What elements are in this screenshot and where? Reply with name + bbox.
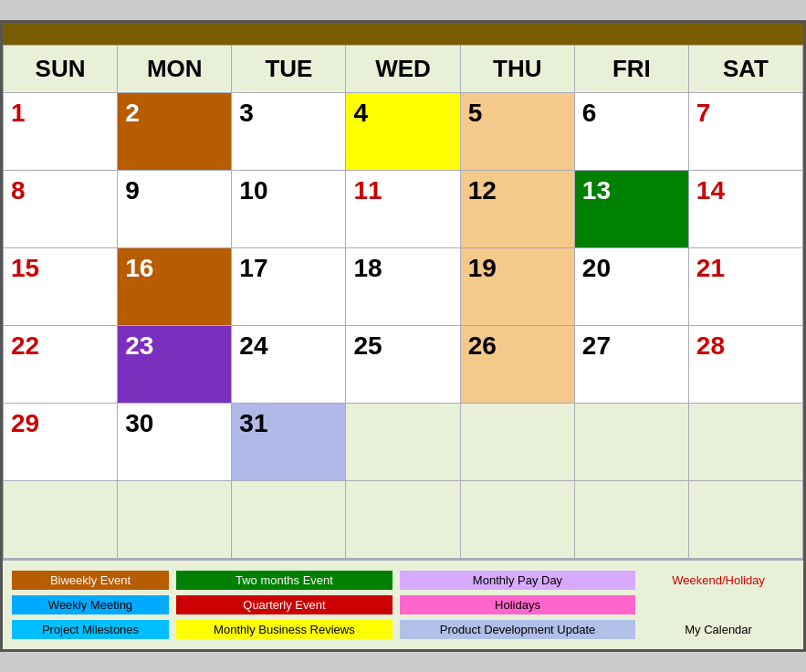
calendar-day: 11 [346, 171, 460, 248]
legend-row: Weekly MeetingQuarterly EventHolidays [8, 593, 798, 617]
weekday-header: FRI [574, 46, 688, 93]
legend-label: Weekend/Holiday [643, 571, 794, 590]
calendar-day: 12 [460, 171, 574, 248]
legend-cell: Project Milestones [8, 617, 173, 642]
calendar-week-row: 293031 [4, 404, 803, 481]
calendar-day [574, 481, 688, 559]
calendar-day: 21 [688, 248, 802, 326]
calendar-day: 10 [232, 171, 346, 248]
calendar-week-row: 891011121314 [4, 171, 803, 248]
legend-cell: Biweekly Event [8, 568, 173, 593]
legend-cell: Quarterly Event [173, 593, 396, 617]
legend-cell [639, 593, 798, 617]
calendar-day: 22 [4, 326, 118, 404]
legend-label: Holidays [400, 595, 635, 614]
calendar-day: 15 [4, 248, 118, 326]
calendar-day [688, 404, 802, 481]
legend-label: Monthly Pay Day [400, 571, 635, 590]
legend-label: Two months Event [176, 571, 393, 590]
calendar-day: 7 [688, 93, 802, 171]
legend-cell: Holidays [396, 593, 639, 617]
calendar-day: 5 [460, 93, 574, 171]
calendar-day [460, 404, 574, 481]
calendar-week-row: 22232425262728 [4, 326, 803, 404]
calendar-day: 18 [346, 248, 460, 326]
weekday-header: TUE [232, 46, 346, 93]
legend-row: Biweekly EventTwo months EventMonthly Pa… [8, 568, 798, 593]
legend-cell: Weekly Meeting [8, 593, 173, 617]
legend-cell: Two months Event [173, 568, 396, 593]
calendar-day: 13 [574, 171, 688, 248]
legend-label: Project Milestones [12, 620, 169, 639]
calendar-day: 30 [118, 404, 232, 481]
calendar-week-row [4, 481, 803, 559]
calendar-day: 27 [574, 326, 688, 404]
calendar-day [232, 481, 346, 559]
calendar-day [688, 481, 802, 559]
calendar-week-row: 15161718192021 [4, 248, 803, 326]
legend-cell: Monthly Business Reviews [173, 617, 396, 642]
calendar-header [3, 23, 803, 45]
legend: Biweekly EventTwo months EventMonthly Pa… [3, 559, 803, 649]
calendar-day [574, 404, 688, 481]
legend-cell: Weekend/Holiday [639, 568, 798, 593]
calendar-day [346, 481, 460, 559]
legend-label: Monthly Business Reviews [176, 620, 393, 639]
calendar-day [118, 481, 232, 559]
calendar-container: SUNMONTUEWEDTHUFRISAT 123456789101112131… [0, 20, 806, 652]
calendar-day: 20 [574, 248, 688, 326]
calendar-day: 2 [118, 93, 232, 171]
legend-label: Product Development Update [400, 620, 635, 639]
calendar-day [4, 481, 118, 559]
legend-row: Project MilestonesMonthly Business Revie… [8, 617, 798, 642]
weekday-header: SAT [688, 46, 802, 93]
weekday-header: MON [118, 46, 232, 93]
calendar-day: 3 [232, 93, 346, 171]
weekday-header: THU [460, 46, 574, 93]
calendar-day: 26 [460, 326, 574, 404]
calendar-day: 25 [346, 326, 460, 404]
legend-cell: My Calendar [639, 617, 798, 642]
calendar-day: 6 [574, 93, 688, 171]
calendar-day: 8 [4, 171, 118, 248]
legend-table: Biweekly EventTwo months EventMonthly Pa… [8, 568, 798, 642]
legend-label: Quarterly Event [176, 595, 393, 614]
calendar-day: 17 [232, 248, 346, 326]
calendar-day: 9 [118, 171, 232, 248]
calendar-day: 14 [688, 171, 802, 248]
calendar-day: 1 [4, 93, 118, 171]
calendar-day: 29 [4, 404, 118, 481]
calendar-day: 23 [118, 326, 232, 404]
calendar-week-row: 1234567 [4, 93, 803, 171]
calendar-day: 4 [346, 93, 460, 171]
calendar-day: 19 [460, 248, 574, 326]
legend-cell: Product Development Update [396, 617, 639, 642]
legend-cell: Monthly Pay Day [396, 568, 639, 593]
weekday-header: SUN [4, 46, 118, 93]
calendar-day: 16 [118, 248, 232, 326]
weekday-header-row: SUNMONTUEWEDTHUFRISAT [4, 46, 803, 93]
calendar-day: 24 [232, 326, 346, 404]
calendar-body: 1234567891011121314151617181920212223242… [4, 93, 803, 559]
legend-label: Biweekly Event [12, 571, 169, 590]
weekday-header: WED [346, 46, 460, 93]
legend-label: Weekly Meeting [12, 595, 169, 614]
calendar-grid: SUNMONTUEWEDTHUFRISAT 123456789101112131… [3, 45, 803, 559]
legend-label: My Calendar [643, 620, 794, 639]
calendar-day [460, 481, 574, 559]
calendar-day [346, 404, 460, 481]
calendar-day: 28 [688, 326, 802, 404]
calendar-day: 31 [232, 404, 346, 481]
